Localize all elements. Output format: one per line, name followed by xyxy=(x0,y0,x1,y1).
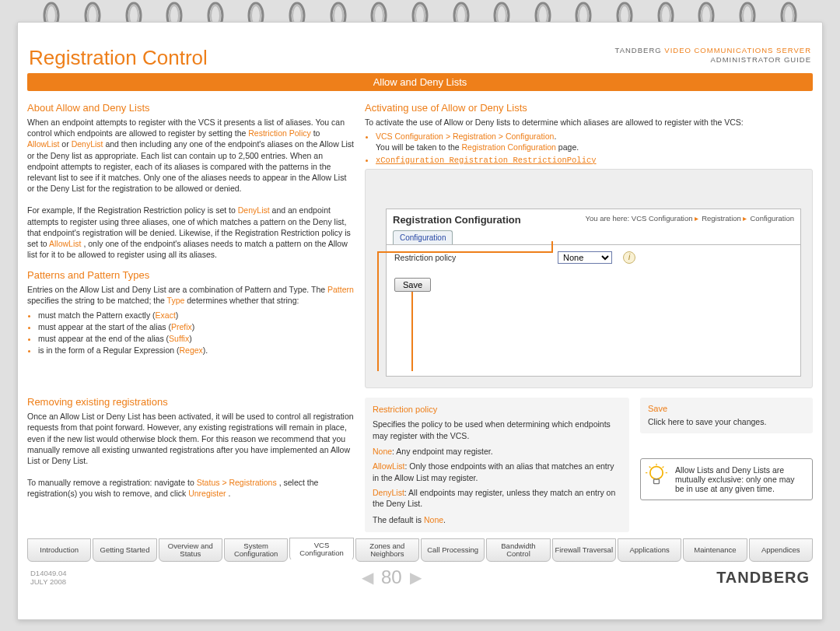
nav-path[interactable]: VCS Configuration > Registration > Confi… xyxy=(376,131,554,141)
breadcrumb: You are here: VCS Configuration▸ Registr… xyxy=(585,214,794,226)
crumb-vcs-config[interactable]: VCS Configuration xyxy=(632,214,693,223)
product-name: VIDEO COMMUNICATIONS SERVER xyxy=(664,46,811,54)
doc-info: D14049.04JULY 2008 xyxy=(30,569,66,587)
patterns-heading: Patterns and Pattern Types xyxy=(27,269,354,281)
list-item: must match the Pattern exactly (Exact) xyxy=(38,310,354,321)
page-sheet: Registration Control TANDBERG VIDEO COMM… xyxy=(17,22,823,620)
prev-page-icon[interactable]: ◀ xyxy=(362,568,373,587)
nav-tab-applications[interactable]: Applications xyxy=(618,538,681,563)
patterns-list: must match the Pattern exactly (Exact) m… xyxy=(27,310,354,356)
page-nav: ◀ 80 ▶ xyxy=(362,566,422,588)
save-button[interactable]: Save xyxy=(394,278,431,292)
nav-tab-zones-and-neighbors[interactable]: Zones and Neighbors xyxy=(355,538,419,563)
config-panel: Registration Configuration You are here:… xyxy=(386,209,801,377)
section-bar: Allow and Deny Lists xyxy=(27,73,813,91)
field-label-restriction-policy: Restriction policy xyxy=(394,253,550,262)
nav-tab-firewall-traversal[interactable]: Firewall Traversal xyxy=(552,538,616,563)
list-item: is in the form of a Regular Expression (… xyxy=(38,345,354,356)
activating-body: To activate the use of Allow or Deny lis… xyxy=(365,117,813,128)
doc-meta: TANDBERG VIDEO COMMUNICATIONS SERVER ADM… xyxy=(615,46,811,65)
tip-box: Allow Lists and Deny Lists are mutually … xyxy=(640,458,813,500)
restriction-policy-select[interactable]: None AllowList DenyList xyxy=(558,251,612,264)
removing-heading: Removing existing registrations xyxy=(27,396,354,408)
about-body: When an endpoint attempts to register wi… xyxy=(27,117,354,260)
removing-body: Once an Allow List or Deny List has been… xyxy=(27,411,354,499)
link-status-registrations[interactable]: Status > Registrations xyxy=(197,478,277,487)
list-item: must appear at the end of the alias (Suf… xyxy=(38,333,354,344)
definition-heading: Restriction policy xyxy=(373,404,621,415)
nav-tab-call-processing[interactable]: Call Processing xyxy=(421,538,485,563)
nav-tab-system-configuration[interactable]: System Configuration xyxy=(224,538,288,563)
svg-line-62 xyxy=(649,466,651,468)
svg-point-57 xyxy=(650,466,663,479)
list-item: xConfiguration Registration RestrictionP… xyxy=(376,154,813,166)
page-title: Registration Control xyxy=(29,46,208,70)
nav-tab-bandwidth-control[interactable]: Bandwidth Control xyxy=(486,538,550,563)
nav-tab-introduction[interactable]: Introduction xyxy=(27,538,91,563)
nav-tab-maintenance[interactable]: Maintenance xyxy=(683,538,747,563)
about-heading: About Allow and Deny Lists xyxy=(27,102,354,114)
info-icon[interactable]: i xyxy=(623,251,635,264)
activating-steps: VCS Configuration > Registration > Confi… xyxy=(365,131,813,166)
lightbulb-icon xyxy=(646,464,667,491)
nav-tab-appendices[interactable]: Appendices xyxy=(749,538,813,563)
brand-name: TANDBERG xyxy=(615,46,662,54)
link-allowlist[interactable]: AllowList xyxy=(27,139,59,149)
config-screenshot: Registration Configuration You are here:… xyxy=(365,169,813,388)
activating-heading: Activating use of Allow or Deny Lists xyxy=(365,102,813,114)
config-title: Registration Configuration xyxy=(393,214,521,226)
nav-tab-vcs-configuration[interactable]: VCS Configuration xyxy=(289,538,353,562)
link-restriction-policy[interactable]: Restriction Policy xyxy=(248,128,311,138)
definition-heading: Save xyxy=(648,404,805,413)
nav-tabs: IntroductionGetting StartedOverview and … xyxy=(27,538,813,563)
link-registration-configuration[interactable]: Registration Configuration xyxy=(462,142,556,152)
next-page-icon[interactable]: ▶ xyxy=(410,568,422,587)
doc-type: ADMINISTRATOR GUIDE xyxy=(711,55,812,64)
crumb-registration[interactable]: Registration xyxy=(702,214,741,223)
nav-tab-overview-and-status[interactable]: Overview and Status xyxy=(159,538,222,563)
patterns-body: Entries on the Allow List and Deny List … xyxy=(27,284,354,306)
svg-line-63 xyxy=(663,466,664,468)
crumb-configuration: Configuration xyxy=(750,214,794,223)
page-number: 80 xyxy=(381,566,402,588)
link-denylist[interactable]: DenyList xyxy=(72,139,103,149)
brand-logo: TANDBERG xyxy=(716,569,810,587)
definition-restriction-policy: Restriction policy Specifies the policy … xyxy=(365,398,629,532)
definition-save: Save Click here to save your changes. xyxy=(640,398,813,433)
tab-configuration[interactable]: Configuration xyxy=(393,230,453,244)
link-unregister[interactable]: Unregister xyxy=(188,489,226,498)
xconfig-command[interactable]: xConfiguration Registration RestrictionP… xyxy=(376,156,597,165)
nav-tab-getting-started[interactable]: Getting Started xyxy=(93,538,156,563)
list-item: VCS Configuration > Registration > Confi… xyxy=(376,131,813,152)
list-item: must appear at the start of the alias (P… xyxy=(38,321,354,332)
